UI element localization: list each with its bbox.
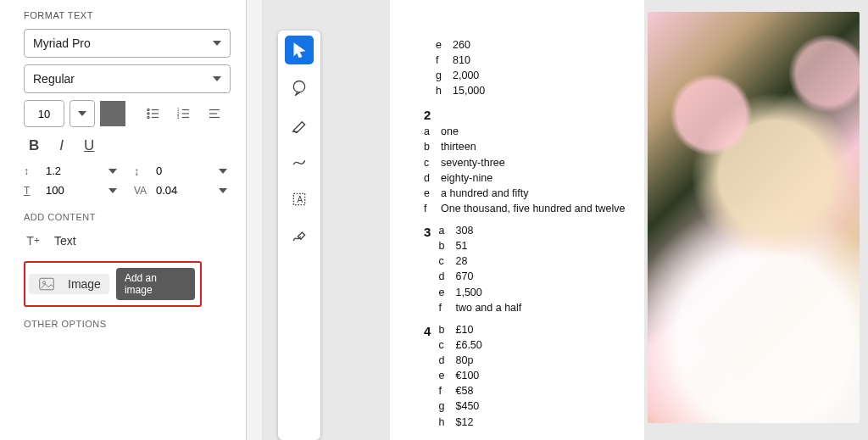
font-family-dropdown[interactable]: Myriad Pro	[24, 29, 231, 58]
answer-letter: e	[436, 37, 444, 53]
answer-line: e1,500	[438, 285, 521, 300]
answer-value: 670	[455, 269, 473, 284]
answer-line: deighty-nine	[424, 170, 626, 186]
numbered-list-button[interactable]: 123	[171, 101, 197, 126]
font-size-stepper[interactable]	[70, 100, 95, 127]
format-panel: FORMAT TEXT Myriad Pro Regular 10 123 B …	[0, 0, 246, 440]
answer-line: c28	[438, 253, 521, 269]
line-height-icon: ↕	[24, 165, 41, 177]
chevron-down-icon	[108, 188, 117, 193]
other-options-heading: OTHER OPTIONS	[24, 319, 231, 329]
answer-value: €100	[455, 368, 479, 383]
question-number: 3	[424, 223, 436, 242]
answer-line: e260	[436, 37, 637, 53]
image-icon	[37, 277, 56, 291]
chevron-down-icon	[213, 76, 221, 81]
font-size-input[interactable]: 10	[24, 100, 64, 127]
answer-line: f810	[436, 53, 637, 68]
answer-value: 51	[455, 238, 467, 253]
highlight-tool[interactable]	[285, 110, 314, 139]
answer-letter: d	[424, 170, 432, 186]
horizontal-scale-control[interactable]: T 100	[24, 184, 120, 197]
font-family-value: Myriad Pro	[33, 36, 91, 50]
answer-value: one	[441, 124, 459, 139]
comment-tool[interactable]	[285, 73, 314, 102]
font-weight-dropdown[interactable]: Regular	[24, 64, 231, 93]
svg-point-4	[147, 116, 149, 118]
answer-letter: h	[436, 83, 444, 98]
add-image-button[interactable]: Image	[29, 274, 109, 294]
select-tool[interactable]	[285, 36, 314, 64]
answer-letter: d	[438, 353, 447, 368]
document-canvas[interactable]: e260f810g2,000h15,000 2 aonebthirteencse…	[390, 0, 868, 440]
answer-line: d670	[438, 269, 521, 284]
answer-line: aone	[424, 124, 626, 139]
answer-line: d80p	[438, 353, 481, 368]
text-icon: T+	[24, 234, 42, 248]
answer-value: €58	[455, 383, 473, 398]
chevron-down-icon	[108, 169, 117, 174]
answer-letter: a	[438, 223, 447, 238]
answer-line: bthirteen	[424, 139, 626, 154]
panel-divider[interactable]	[246, 0, 263, 440]
answer-line: f€58	[438, 383, 481, 398]
answer-letter: g	[438, 398, 447, 414]
edit-toolstrip: A	[278, 31, 320, 440]
question-number: 2	[424, 106, 436, 125]
answer-value: £10	[455, 322, 473, 337]
answer-value: One thousand, five hundred and twelve	[441, 201, 626, 216]
tracking-control[interactable]: VA 0.04	[134, 184, 231, 197]
canvas-gutter: A	[263, 0, 390, 440]
svg-point-17	[293, 81, 304, 92]
answer-line: fOne thousand, five hundred and twelve	[424, 201, 626, 216]
chevron-down-icon	[78, 111, 86, 116]
italic-button[interactable]: I	[59, 137, 64, 154]
answer-value: 28	[455, 253, 467, 269]
answer-letter: b	[438, 322, 447, 337]
answer-value: two and a half	[455, 300, 521, 315]
chevron-down-icon	[219, 169, 227, 174]
answer-value: 80p	[455, 353, 473, 368]
answer-letter: b	[438, 238, 447, 253]
answer-value: $12	[455, 415, 473, 430]
underline-button[interactable]: U	[84, 137, 94, 154]
add-text-tool[interactable]: A	[285, 185, 314, 214]
answer-value: 308	[455, 223, 473, 238]
answer-line: ftwo and a half	[438, 300, 521, 315]
format-text-heading: FORMAT TEXT	[24, 10, 231, 20]
answer-letter: f	[438, 300, 447, 315]
sign-tool[interactable]	[285, 222, 314, 251]
bold-button[interactable]: B	[29, 137, 39, 154]
line-height-control[interactable]: ↕ 1.2	[24, 164, 120, 177]
answer-letter: b	[424, 139, 432, 154]
add-image-tooltip: Add an image	[116, 268, 195, 300]
answer-line: g$450	[438, 398, 481, 414]
document-page[interactable]: e260f810g2,000h15,000 2 aonebthirteencse…	[390, 0, 644, 440]
question-number: 4	[424, 322, 436, 341]
baseline-shift-control[interactable]: ↨ 0	[134, 164, 231, 177]
bulleted-list-button[interactable]	[141, 101, 166, 126]
draw-tool[interactable]	[285, 148, 314, 176]
answer-letter: f	[424, 201, 432, 216]
answer-line: a308	[438, 223, 521, 238]
answer-line: 2The book is £7.99.	[438, 437, 571, 440]
add-text-button[interactable]: T+ Text	[24, 234, 231, 248]
chevron-down-icon	[213, 41, 221, 46]
svg-point-2	[147, 113, 149, 114]
svg-point-0	[147, 109, 149, 110]
answer-letter: c	[438, 337, 447, 353]
align-button[interactable]	[202, 101, 227, 126]
answer-letter: a	[424, 124, 432, 139]
tracking-icon: VA	[134, 185, 151, 197]
answer-letter: f	[436, 53, 444, 68]
page-image[interactable]	[648, 12, 860, 423]
answer-letter: d	[438, 269, 447, 284]
answer-line: cseventy-three	[424, 155, 626, 170]
svg-text:A: A	[298, 195, 303, 204]
text-color-swatch[interactable]	[100, 101, 125, 126]
answer-letter: g	[436, 68, 444, 83]
answer-letter: h	[438, 415, 447, 430]
chevron-down-icon	[219, 188, 227, 193]
answer-value: 1,500	[455, 285, 481, 300]
answer-letter: e	[438, 368, 447, 383]
